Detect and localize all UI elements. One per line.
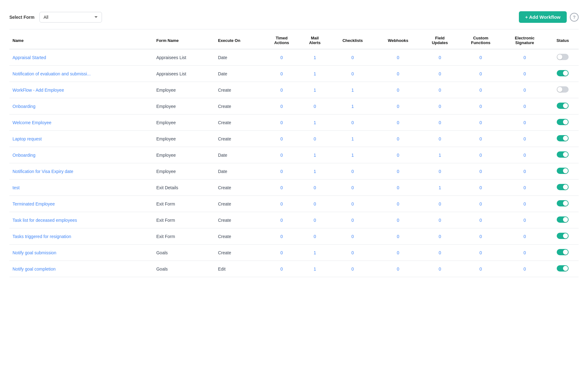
status-toggle[interactable]: [557, 216, 569, 223]
workflow-link[interactable]: Notify goal submission: [13, 250, 56, 255]
cell-number: 0: [421, 163, 459, 180]
workflow-link[interactable]: Terminated Employee: [13, 201, 55, 206]
cell-status[interactable]: [547, 163, 579, 180]
cell-workflow-name[interactable]: test: [9, 180, 153, 196]
cell-number: 0: [421, 82, 459, 98]
select-form-label: Select Form: [9, 15, 34, 20]
toggle-track: [557, 184, 569, 190]
workflow-link[interactable]: Laptop request: [13, 136, 42, 141]
cell-workflow-name[interactable]: Welcome Employee: [9, 114, 153, 131]
col-header-timed-actions: TimedActions: [264, 32, 300, 49]
status-toggle[interactable]: [557, 233, 569, 239]
workflow-link[interactable]: Appraisal Started: [13, 55, 46, 60]
cell-status[interactable]: [547, 196, 579, 212]
cell-number: 1: [330, 131, 375, 147]
workflow-link[interactable]: Tasks triggered for resignation: [13, 234, 71, 239]
cell-workflow-name[interactable]: Notification for Visa Expiry date: [9, 163, 153, 180]
cell-number: 1: [300, 114, 330, 131]
cell-number: 0: [421, 212, 459, 228]
cell-execute-on: Create: [215, 180, 264, 196]
toggle-track: [557, 168, 569, 174]
cell-form-name: Employee: [153, 163, 215, 180]
cell-workflow-name[interactable]: Notify goal submission: [9, 245, 153, 261]
cell-status[interactable]: [547, 261, 579, 277]
workflow-link[interactable]: Notify goal completion: [13, 267, 56, 272]
add-workflow-button[interactable]: + Add Workflow: [519, 11, 567, 23]
status-toggle[interactable]: [557, 70, 569, 76]
col-header-custom-functions: CustomFunctions: [459, 32, 503, 49]
cell-status[interactable]: [547, 66, 579, 82]
toggle-track: [557, 135, 569, 141]
cell-form-name: Employee: [153, 82, 215, 98]
cell-number: 1: [300, 245, 330, 261]
cell-number: 0: [300, 131, 330, 147]
cell-workflow-name[interactable]: Appraisal Started: [9, 49, 153, 66]
workflow-link[interactable]: Onboarding: [13, 104, 35, 109]
cell-status[interactable]: [547, 98, 579, 114]
status-toggle[interactable]: [557, 86, 569, 93]
cell-execute-on: Create: [215, 131, 264, 147]
status-toggle[interactable]: [557, 151, 569, 158]
cell-number: 0: [459, 82, 503, 98]
cell-number: 1: [300, 49, 330, 66]
status-toggle[interactable]: [557, 184, 569, 190]
toggle-track: [557, 70, 569, 76]
status-toggle[interactable]: [557, 168, 569, 174]
cell-number: 1: [300, 163, 330, 180]
cell-workflow-name[interactable]: Tasks triggered for resignation: [9, 228, 153, 245]
cell-execute-on: Create: [215, 196, 264, 212]
status-toggle[interactable]: [557, 103, 569, 109]
cell-number: 0: [421, 245, 459, 261]
toggle-track: [557, 119, 569, 125]
cell-status[interactable]: [547, 49, 579, 66]
cell-form-name: Employee: [153, 131, 215, 147]
cell-workflow-name[interactable]: WorkFlow - Add Employee: [9, 82, 153, 98]
workflow-link[interactable]: Notification of evaluation and submissi.…: [13, 71, 91, 76]
cell-status[interactable]: [547, 114, 579, 131]
workflow-link[interactable]: Task list for deceased employees: [13, 218, 77, 223]
col-header-webhooks: Webhooks: [375, 32, 421, 49]
cell-form-name: Exit Form: [153, 228, 215, 245]
cell-form-name: Appraisees List: [153, 66, 215, 82]
cell-workflow-name[interactable]: Onboarding: [9, 147, 153, 163]
cell-status[interactable]: [547, 212, 579, 228]
cell-number: 0: [459, 147, 503, 163]
cell-status[interactable]: [547, 131, 579, 147]
cell-workflow-name[interactable]: Onboarding: [9, 98, 153, 114]
cell-execute-on: Create: [215, 228, 264, 245]
status-toggle[interactable]: [557, 249, 569, 255]
workflow-link[interactable]: test: [13, 185, 20, 190]
cell-workflow-name[interactable]: Task list for deceased employees: [9, 212, 153, 228]
workflow-link[interactable]: Onboarding: [13, 153, 35, 158]
cell-execute-on: Date: [215, 66, 264, 82]
status-toggle[interactable]: [557, 265, 569, 272]
cell-status[interactable]: [547, 82, 579, 98]
workflow-link[interactable]: WorkFlow - Add Employee: [13, 88, 64, 93]
form-select[interactable]: All Appraisees List Employee Exit Detail…: [39, 12, 102, 23]
cell-number: 0: [421, 196, 459, 212]
cell-workflow-name[interactable]: Notify goal completion: [9, 261, 153, 277]
cell-workflow-name[interactable]: Notification of evaluation and submissi.…: [9, 66, 153, 82]
cell-number: 1: [330, 147, 375, 163]
status-toggle[interactable]: [557, 135, 569, 141]
status-toggle[interactable]: [557, 54, 569, 60]
table-row: Tasks triggered for resignationExit Form…: [9, 228, 579, 245]
table-row: Notification for Visa Expiry dateEmploye…: [9, 163, 579, 180]
workflow-link[interactable]: Welcome Employee: [13, 120, 51, 125]
cell-number: 0: [330, 196, 375, 212]
cell-status[interactable]: [547, 245, 579, 261]
cell-status[interactable]: [547, 180, 579, 196]
workflow-link[interactable]: Notification for Visa Expiry date: [13, 169, 73, 174]
cell-status[interactable]: [547, 228, 579, 245]
table-header-row: Name Form Name Execute On TimedActions M…: [9, 32, 579, 49]
toggle-track: [557, 265, 569, 272]
help-button[interactable]: ?: [570, 13, 579, 22]
cell-workflow-name[interactable]: Laptop request: [9, 131, 153, 147]
cell-number: 0: [459, 163, 503, 180]
cell-number: 1: [330, 98, 375, 114]
cell-status[interactable]: [547, 147, 579, 163]
cell-workflow-name[interactable]: Terminated Employee: [9, 196, 153, 212]
status-toggle[interactable]: [557, 119, 569, 125]
status-toggle[interactable]: [557, 200, 569, 206]
toggle-thumb: [557, 87, 562, 92]
